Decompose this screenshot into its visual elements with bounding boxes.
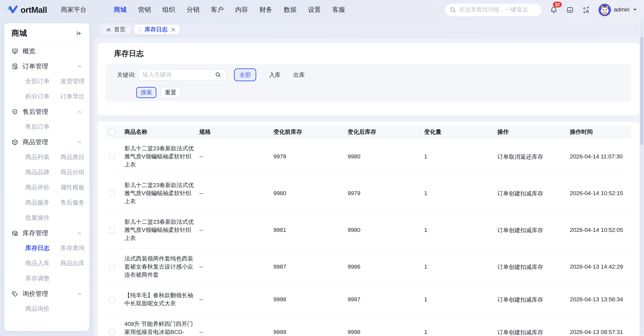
notifications-button[interactable]: 32 bbox=[550, 6, 558, 14]
user-menu[interactable]: admin bbox=[598, 3, 636, 16]
tab-active-label: 库存日志 bbox=[145, 26, 168, 33]
segment-inbound[interactable]: 入库 bbox=[269, 71, 280, 79]
segment-outbound[interactable]: 出库 bbox=[293, 71, 305, 79]
sidebar-item-inventory-log[interactable]: 库存日志 bbox=[25, 241, 60, 256]
nav-item-settings[interactable]: 设置 bbox=[302, 5, 326, 14]
sidebar-group-aftersale[interactable]: 售 售后管理 bbox=[12, 104, 82, 119]
sidebar-group-label: 库存管理 bbox=[22, 229, 48, 237]
cell-spec: -- bbox=[199, 190, 274, 197]
topbar: ortMall 商家平台 商城 营销 组织 分销 客户 内容 财务 数据 设置 … bbox=[0, 0, 644, 19]
cell-stock-after: 9979 bbox=[348, 190, 424, 197]
chevron-up-icon[interactable] bbox=[77, 291, 82, 296]
language-switch-button[interactable]: 中A bbox=[582, 6, 590, 14]
chevron-up-icon[interactable] bbox=[77, 139, 82, 145]
sidebar-item-aftersale-service[interactable]: 售后服务 bbox=[60, 195, 85, 210]
aftersale-shield-icon: 售 bbox=[12, 108, 18, 115]
sidebar-item-product-brand[interactable]: 商品品牌 bbox=[25, 165, 60, 180]
sidebar-group-inventory[interactable]: 库存管理 bbox=[12, 226, 82, 241]
nav-item-data[interactable]: 数据 bbox=[278, 5, 302, 14]
sidebar-item-product-inquiry[interactable]: 商品询价 bbox=[25, 301, 60, 317]
cell-spec: -- bbox=[199, 153, 274, 160]
nav-item-customer[interactable]: 客户 bbox=[205, 5, 230, 14]
cell-product-name: 409升 节能养鲜四门四开门家用低噪音电冰箱BCD-409GQ4S bbox=[124, 320, 196, 336]
sidebar-item-product-list[interactable]: 商品列表 bbox=[25, 150, 60, 165]
collapse-sidebar-icon[interactable] bbox=[76, 30, 82, 36]
chevron-up-icon[interactable] bbox=[77, 230, 82, 236]
sidebar-item-points-orders[interactable]: 积分订单 bbox=[25, 89, 60, 104]
scrollbar-track[interactable] bbox=[640, 19, 643, 336]
sidebar-group-orders[interactable]: 订单管理 bbox=[12, 59, 82, 74]
cell-operation: 订单创建扣减库存 bbox=[497, 263, 570, 271]
segment-all[interactable]: 全部 bbox=[234, 68, 256, 81]
keyword-search-button[interactable] bbox=[210, 69, 227, 80]
close-icon[interactable] bbox=[171, 27, 176, 32]
row-checkbox[interactable] bbox=[109, 190, 115, 196]
nav-item-finance[interactable]: 财务 bbox=[254, 5, 278, 14]
nav-item-marketing[interactable]: 营销 bbox=[132, 5, 156, 14]
sidebar-group-products[interactable]: 商品管理 bbox=[12, 134, 82, 150]
cell-stock-after: 9998 bbox=[348, 329, 424, 336]
product-cube-icon bbox=[12, 139, 18, 145]
workbench-icon bbox=[566, 6, 574, 14]
svg-text:中: 中 bbox=[583, 6, 586, 10]
nav-item-content[interactable]: 内容 bbox=[230, 5, 254, 14]
select-all-checkbox[interactable] bbox=[109, 129, 115, 135]
keyword-input[interactable] bbox=[138, 69, 210, 80]
chevron-up-icon[interactable] bbox=[77, 109, 82, 114]
nav-item-mall[interactable]: 商城 bbox=[108, 5, 132, 14]
tab-strip: 首页 库存日志 bbox=[98, 23, 639, 36]
sidebar-item-all-orders[interactable]: 全部订单 bbox=[25, 74, 60, 89]
global-search[interactable] bbox=[445, 3, 541, 16]
table-row: 影儿十二篮23春新款法式优雅气质V领蝙蝠袖柔软针织上衣 -- 9981 9980… bbox=[106, 212, 631, 248]
sidebar-item-product-outbound[interactable]: 商品出库 bbox=[60, 256, 85, 271]
brand[interactable]: ortMall 商家平台 bbox=[8, 5, 86, 15]
row-checkbox[interactable] bbox=[109, 297, 115, 303]
table-row: 法式西装领两件套纯色西装套裙女春秋复古设计感小众连衣裙两件套 -- 9987 9… bbox=[106, 248, 631, 285]
reset-button[interactable]: 重置 bbox=[160, 87, 181, 98]
table-row: 影儿十二篮23春新款法式优雅气质V领蝙蝠袖柔软针织上衣 -- 9980 9979… bbox=[106, 175, 631, 212]
row-checkbox[interactable] bbox=[109, 227, 115, 233]
sidebar-item-order-export[interactable]: 订单导出 bbox=[60, 89, 85, 104]
sidebar-item-attribute-template[interactable]: 属性模板 bbox=[60, 180, 85, 195]
row-checkbox[interactable] bbox=[109, 264, 115, 270]
sidebar-item-inventory-adjust[interactable]: 库存调整 bbox=[25, 271, 60, 286]
sidebar-item-aftersale-orders[interactable]: 售后订单 bbox=[25, 119, 60, 134]
sidebar-item-inventory-query[interactable]: 库存查询 bbox=[60, 241, 85, 256]
sidebar-group-inquiry[interactable]: ¥ 询价管理 bbox=[12, 286, 82, 301]
sidebar-item-product-inbound[interactable]: 商品入库 bbox=[25, 256, 60, 271]
sidebar-item-overview[interactable]: 概览 bbox=[12, 43, 82, 59]
sidebar-item-product-group[interactable]: 商品分组 bbox=[60, 165, 85, 180]
search-button[interactable]: 搜索 bbox=[136, 87, 156, 98]
username: admin bbox=[614, 6, 630, 13]
nav-item-service[interactable]: 客服 bbox=[326, 5, 351, 14]
cell-change-qty: 1 bbox=[424, 296, 497, 303]
cell-spec: -- bbox=[199, 329, 274, 336]
cell-operation-time: 2026-04-13 13:56:34 bbox=[570, 296, 631, 303]
cell-product-name: 法式西装领两件套纯色西装套裙女春秋复古设计感小众连衣裙两件套 bbox=[124, 255, 196, 279]
cell-operation: 订单创建扣减库存 bbox=[497, 226, 570, 234]
row-checkbox[interactable] bbox=[109, 154, 115, 160]
nav-item-organization[interactable]: 组织 bbox=[156, 5, 181, 14]
sidebar-item-shipping[interactable]: 发货管理 bbox=[60, 74, 85, 89]
drag-dots-icon[interactable] bbox=[138, 27, 141, 32]
sidebar-item-product-category[interactable]: 商品类目 bbox=[60, 150, 85, 165]
workbench-button[interactable] bbox=[566, 6, 574, 14]
sidebar-item-product-review[interactable]: 商品评价 bbox=[25, 180, 60, 195]
global-search-input[interactable] bbox=[459, 6, 536, 13]
table-row: 影儿十二篮23春新款法式优雅气质V领蝙蝠袖柔软针织上衣 -- 9979 9980… bbox=[106, 138, 631, 175]
cell-product-name: 影儿十二篮23春新款法式优雅气质V领蝙蝠袖柔软针织上衣 bbox=[124, 181, 196, 206]
sidebar-submenu-orders: 全部订单 发货管理 积分订单 订单导出 bbox=[25, 74, 82, 104]
tab-home[interactable]: 首页 bbox=[102, 25, 130, 34]
sidebar-submenu-aftersale: 售后订单 bbox=[25, 119, 82, 134]
chevron-up-icon[interactable] bbox=[77, 63, 82, 69]
tab-inventory-log[interactable]: 库存日志 bbox=[134, 24, 180, 34]
sidebar-item-batch-operation[interactable]: 批量操作 bbox=[25, 210, 60, 226]
sidebar: 商城 概览 订单管理 全部订单 发货管理 积分订单 订单导出 bbox=[4, 23, 89, 331]
row-checkbox[interactable] bbox=[109, 329, 115, 335]
scrollbar-thumb[interactable] bbox=[640, 37, 643, 145]
cell-operation-time: 2026-04-14 10:52:15 bbox=[570, 190, 631, 197]
dashboard-icon bbox=[12, 48, 18, 54]
sidebar-item-product-service[interactable]: 商品服务 bbox=[25, 195, 60, 210]
app-window: ortMall 商家平台 商城 营销 组织 分销 客户 内容 财务 数据 设置 … bbox=[0, 0, 644, 336]
nav-item-distribution[interactable]: 分销 bbox=[181, 5, 205, 14]
